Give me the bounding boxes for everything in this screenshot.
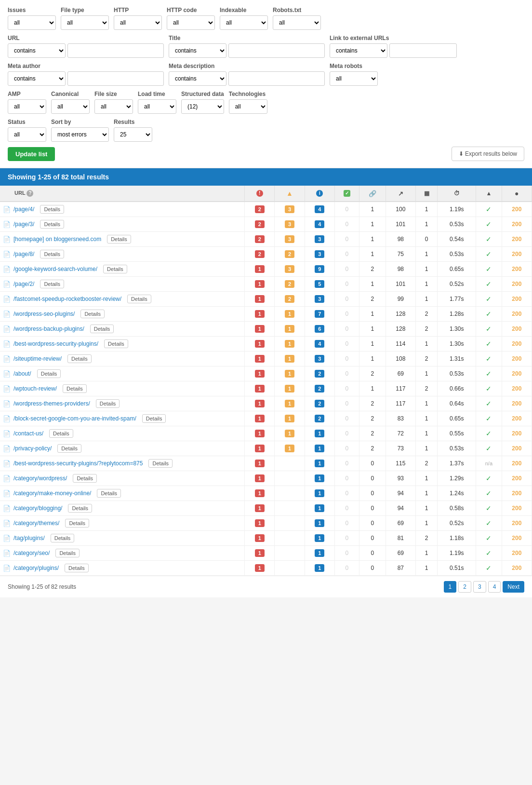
export-button[interactable]: ⬇ Export results below (452, 147, 524, 161)
page-4-button[interactable]: 4 (488, 581, 501, 593)
details-button[interactable]: Details (57, 444, 81, 453)
url-link[interactable]: /wordpress-seo-plugins/ (13, 311, 75, 317)
ok-value: 0 (346, 565, 349, 571)
next-page-button[interactable]: Next (503, 581, 524, 593)
details-button[interactable]: Details (40, 280, 64, 288)
structured-select[interactable]: (12) (181, 99, 224, 114)
url-link[interactable]: /category/themes/ (13, 520, 59, 527)
indexable-select[interactable]: all (220, 15, 268, 30)
url-link[interactable]: /google-keyword-search-volume/ (13, 266, 97, 272)
details-button[interactable]: Details (73, 474, 97, 483)
details-button[interactable]: Details (65, 519, 89, 528)
details-button[interactable]: Details (63, 384, 87, 393)
filetype-select[interactable]: all (61, 15, 109, 30)
url-link[interactable]: /fastcomet-speedup-rocketbooster-review/ (13, 296, 121, 302)
amp-select[interactable]: all (8, 99, 46, 114)
url-link[interactable]: /block-secret-google-com-you-are-invited… (13, 415, 136, 422)
details-button[interactable]: Details (90, 325, 114, 333)
details-button[interactable]: Details (80, 310, 105, 318)
warning-cell: 2 (275, 277, 305, 292)
meta-robots-label: Meta robots (330, 63, 378, 69)
page-2-button[interactable]: 2 (458, 581, 471, 593)
issues-select[interactable]: all (8, 15, 56, 30)
url-link[interactable]: /page/3/ (13, 221, 34, 228)
results-select[interactable]: 25 (114, 127, 152, 142)
status-cell: 200 (502, 516, 532, 531)
warning-cell (275, 471, 305, 486)
status-select[interactable]: all (8, 127, 46, 142)
meta-robots-select[interactable]: all (330, 71, 378, 86)
url-link[interactable]: /category/wordpress/ (13, 475, 67, 482)
canonical-select[interactable]: all (51, 99, 90, 114)
url-link[interactable]: /wordpress-themes-providers/ (13, 400, 90, 407)
ext-cell: 101 (386, 277, 415, 292)
url-link[interactable]: /category/seo/ (13, 550, 50, 556)
status-value: 200 (512, 475, 521, 482)
url-link[interactable]: /wordpress-backup-plugins/ (13, 325, 84, 332)
update-list-button[interactable]: Update list (8, 147, 55, 161)
url-link[interactable]: /best-wordpress-security-plugins/ (13, 340, 98, 347)
link-external-input[interactable] (389, 43, 457, 58)
url-link[interactable]: /page/8/ (13, 251, 34, 257)
meta-desc-input[interactable] (228, 71, 325, 86)
sortby-label: Sort by (51, 119, 109, 125)
ok-value: 0 (346, 311, 349, 317)
url-link[interactable]: /page/2/ (13, 281, 34, 287)
title-operator-select[interactable]: contains (169, 43, 226, 58)
url-input[interactable] (67, 43, 164, 58)
details-button[interactable]: Details (37, 369, 61, 378)
details-button[interactable]: Details (51, 534, 75, 542)
url-link[interactable]: /page/4/ (13, 206, 34, 213)
url-link[interactable]: /tag/plugins/ (13, 535, 45, 541)
details-button[interactable]: Details (40, 250, 64, 258)
details-button[interactable]: Details (67, 354, 92, 363)
url-link[interactable]: /category/plugins/ (13, 565, 59, 571)
title-input[interactable] (228, 43, 325, 58)
details-button[interactable]: Details (40, 220, 64, 229)
details-button[interactable]: Details (104, 339, 128, 348)
details-button[interactable]: Details (65, 564, 89, 572)
robotstxt-select[interactable]: all (273, 15, 321, 30)
url-link[interactable]: /contact-us/ (13, 430, 43, 437)
details-button[interactable]: Details (55, 549, 80, 557)
details-button[interactable]: Details (49, 429, 73, 438)
meta-desc-operator-select[interactable]: contains (169, 71, 226, 86)
url-link[interactable]: /siteuptime-review/ (13, 355, 62, 362)
url-link[interactable]: [homepage] on bloggersneed.com (13, 236, 101, 243)
sortby-select[interactable]: most errors (51, 127, 109, 142)
links-cell: 2 (359, 441, 386, 456)
details-button[interactable]: Details (127, 295, 151, 303)
error-badge: 1 (255, 504, 265, 512)
loadtime-select[interactable]: all (138, 99, 176, 114)
details-button[interactable]: Details (107, 235, 131, 244)
details-button[interactable]: Details (68, 504, 92, 513)
url-link[interactable]: /category/blogging/ (13, 505, 62, 512)
details-button[interactable]: Details (103, 265, 127, 273)
page-3-button[interactable]: 3 (473, 581, 486, 593)
filesize-select[interactable]: all (94, 99, 133, 114)
httpcode-select[interactable]: all (167, 15, 215, 30)
url-link[interactable]: /privacy-policy/ (13, 445, 52, 452)
size-value: 1 (425, 251, 428, 257)
meta-author-input[interactable] (67, 71, 164, 86)
url-operator-select[interactable]: contains (8, 43, 66, 58)
indexable-check: ✓ (486, 534, 492, 542)
details-button[interactable]: Details (40, 205, 64, 214)
details-button[interactable]: Details (97, 489, 121, 498)
http-label: HTTP (114, 7, 162, 14)
details-button[interactable]: Details (148, 459, 173, 468)
link-external-operator-select[interactable]: contains (330, 43, 387, 58)
meta-author-operator-select[interactable]: contains (8, 71, 66, 86)
errors-icon: ! (256, 190, 263, 197)
url-link[interactable]: /about/ (13, 370, 31, 377)
http-select[interactable]: all (114, 15, 162, 30)
url-link[interactable]: /wptouch-review/ (13, 385, 57, 392)
page-1-button[interactable]: 1 (444, 581, 457, 593)
details-button[interactable]: Details (142, 414, 166, 423)
details-button[interactable]: Details (96, 399, 120, 408)
url-link[interactable]: /best-wordpress-security-plugins/?replyt… (13, 460, 143, 467)
url-link[interactable]: /category/make-money-online/ (13, 490, 91, 497)
size-cell: 1 (415, 486, 437, 501)
technologies-select[interactable]: all (229, 99, 267, 114)
indexable-check: ✓ (486, 265, 492, 273)
